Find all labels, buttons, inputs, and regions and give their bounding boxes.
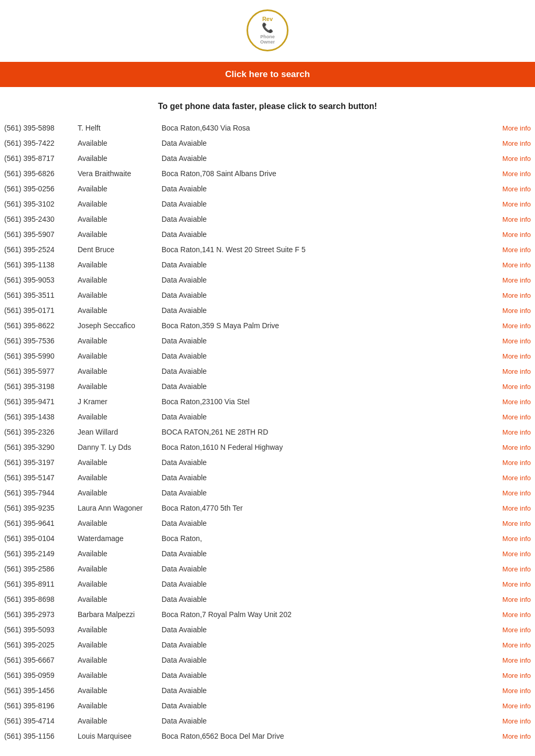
more-info-cell[interactable]: More info — [488, 303, 535, 318]
more-info-link[interactable]: More info — [502, 489, 531, 497]
more-info-cell[interactable]: More info — [488, 136, 535, 151]
search-banner[interactable]: Click here to search — [0, 62, 535, 87]
more-info-cell[interactable]: More info — [488, 379, 535, 394]
more-info-link[interactable]: More info — [502, 535, 531, 543]
more-info-link[interactable]: More info — [502, 626, 531, 634]
table-row: (561) 395-3198AvailableData AvaiableMore… — [0, 379, 535, 394]
more-info-cell[interactable]: More info — [488, 668, 535, 683]
more-info-cell[interactable]: More info — [488, 242, 535, 257]
more-info-cell[interactable]: More info — [488, 607, 535, 622]
more-info-link[interactable]: More info — [502, 444, 531, 451]
phone-number: (561) 395-2326 — [0, 425, 73, 440]
phone-number: (561) 395-0959 — [0, 668, 73, 683]
more-info-cell[interactable]: More info — [488, 333, 535, 349]
more-info-cell[interactable]: More info — [488, 151, 535, 166]
more-info-link[interactable]: More info — [502, 307, 531, 315]
more-info-cell[interactable]: More info — [488, 409, 535, 425]
more-info-link[interactable]: More info — [502, 580, 531, 588]
more-info-cell[interactable]: More info — [488, 638, 535, 653]
more-info-link[interactable]: More info — [502, 428, 531, 436]
more-info-cell[interactable]: More info — [488, 181, 535, 197]
more-info-link[interactable]: More info — [502, 368, 531, 375]
more-info-link[interactable]: More info — [502, 352, 531, 360]
more-info-link[interactable]: More info — [502, 732, 531, 740]
more-info-link[interactable]: More info — [502, 155, 531, 163]
more-info-link[interactable]: More info — [502, 322, 531, 330]
table-row: (561) 395-7944AvailableData AvaiableMore… — [0, 485, 535, 501]
more-info-link[interactable]: More info — [502, 656, 531, 664]
more-info-cell[interactable]: More info — [488, 653, 535, 668]
more-info-cell[interactable]: More info — [488, 227, 535, 242]
more-info-link[interactable]: More info — [502, 124, 531, 132]
more-info-link[interactable]: More info — [502, 246, 531, 254]
phone-number: (561) 395-8196 — [0, 698, 73, 714]
more-info-link[interactable]: More info — [502, 170, 531, 178]
more-info-link[interactable]: More info — [502, 276, 531, 284]
more-info-cell[interactable]: More info — [488, 455, 535, 470]
more-info-cell[interactable]: More info — [488, 729, 535, 744]
more-info-cell[interactable]: More info — [488, 683, 535, 698]
owner-name: Available — [73, 257, 157, 273]
more-info-cell[interactable]: More info — [488, 425, 535, 440]
table-row: (561) 395-3511AvailableData AvaiableMore… — [0, 288, 535, 303]
more-info-cell[interactable]: More info — [488, 714, 535, 729]
owner-name: J Kramer — [73, 394, 157, 409]
more-info-cell[interactable]: More info — [488, 257, 535, 273]
more-info-link[interactable]: More info — [502, 398, 531, 406]
more-info-link[interactable]: More info — [502, 413, 531, 421]
more-info-cell[interactable]: More info — [488, 470, 535, 485]
more-info-link[interactable]: More info — [502, 261, 531, 269]
more-info-cell[interactable]: More info — [488, 485, 535, 501]
more-info-cell[interactable]: More info — [488, 318, 535, 333]
more-info-cell[interactable]: More info — [488, 166, 535, 181]
more-info-cell[interactable]: More info — [488, 546, 535, 561]
address: Boca Raton,708 Saint Albans Drive — [157, 166, 488, 181]
more-info-cell[interactable]: More info — [488, 501, 535, 516]
more-info-link[interactable]: More info — [502, 672, 531, 679]
more-info-cell[interactable]: More info — [488, 622, 535, 638]
table-row: (561) 395-2430AvailableData AvaiableMore… — [0, 212, 535, 227]
more-info-link[interactable]: More info — [502, 565, 531, 573]
more-info-link[interactable]: More info — [502, 474, 531, 482]
more-info-cell[interactable]: More info — [488, 531, 535, 546]
more-info-cell[interactable]: More info — [488, 197, 535, 212]
more-info-link[interactable]: More info — [502, 185, 531, 193]
table-row: (561) 395-1138AvailableData AvaiableMore… — [0, 257, 535, 273]
more-info-link[interactable]: More info — [502, 520, 531, 527]
more-info-link[interactable]: More info — [502, 459, 531, 467]
more-info-cell[interactable]: More info — [488, 592, 535, 607]
more-info-link[interactable]: More info — [502, 702, 531, 710]
more-info-link[interactable]: More info — [502, 504, 531, 512]
more-info-cell[interactable]: More info — [488, 698, 535, 714]
more-info-cell[interactable]: More info — [488, 212, 535, 227]
owner-name: Dent Bruce — [73, 242, 157, 257]
more-info-cell[interactable]: More info — [488, 273, 535, 288]
more-info-cell[interactable]: More info — [488, 121, 535, 136]
more-info-link[interactable]: More info — [502, 231, 531, 239]
more-info-link[interactable]: More info — [502, 139, 531, 147]
more-info-cell[interactable]: More info — [488, 394, 535, 409]
more-info-cell[interactable]: More info — [488, 577, 535, 592]
more-info-link[interactable]: More info — [502, 596, 531, 603]
more-info-cell[interactable]: More info — [488, 516, 535, 531]
more-info-cell[interactable]: More info — [488, 349, 535, 364]
more-info-link[interactable]: More info — [502, 291, 531, 299]
search-link[interactable]: Click here to search — [225, 69, 310, 79]
more-info-cell[interactable]: More info — [488, 561, 535, 577]
more-info-link[interactable]: More info — [502, 200, 531, 208]
owner-name: Available — [73, 592, 157, 607]
address: Data Avaiable — [157, 288, 488, 303]
phone-number: (561) 395-9641 — [0, 516, 73, 531]
more-info-cell[interactable]: More info — [488, 440, 535, 455]
more-info-link[interactable]: More info — [502, 687, 531, 695]
more-info-link[interactable]: More info — [502, 215, 531, 223]
more-info-link[interactable]: More info — [502, 611, 531, 619]
more-info-link[interactable]: More info — [502, 550, 531, 558]
more-info-link[interactable]: More info — [502, 337, 531, 345]
address: Data Avaiable — [157, 409, 488, 425]
more-info-link[interactable]: More info — [502, 717, 531, 725]
more-info-link[interactable]: More info — [502, 641, 531, 649]
more-info-cell[interactable]: More info — [488, 364, 535, 379]
more-info-link[interactable]: More info — [502, 383, 531, 391]
more-info-cell[interactable]: More info — [488, 288, 535, 303]
